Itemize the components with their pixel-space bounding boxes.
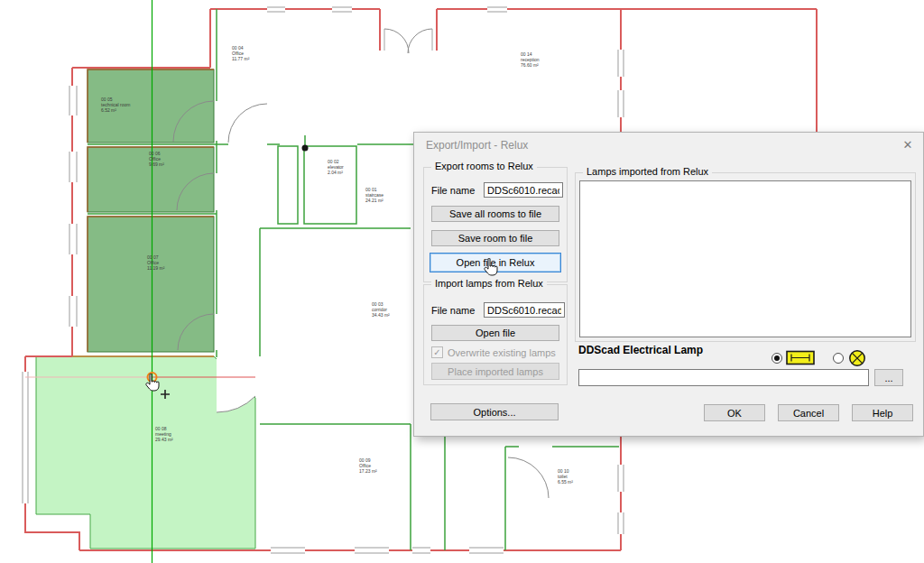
room-label: 00 10toilet6.55 m² (558, 468, 573, 485)
lamps-imported-group: Lamps imported from Relux (575, 172, 916, 342)
import-file-name-input[interactable] (484, 302, 565, 318)
open-file-in-relux-button[interactable]: Open file in Relux (430, 253, 561, 272)
import-file-name-label: File name (431, 305, 475, 316)
export-rooms-group: Export rooms to Relux File name Save all… (423, 167, 568, 282)
room-label: 00 04Office11.77 m² (232, 45, 250, 61)
ddscad-electrical-lamp-label: DDScad Electrical Lamp (578, 344, 703, 356)
open-file-button[interactable]: Open file (431, 325, 559, 341)
linear-lamp-icon (786, 350, 815, 365)
save-all-rooms-button[interactable]: Save all rooms to file (431, 206, 559, 222)
lamp-file-input[interactable] (578, 369, 869, 386)
app-canvas: { "floorplan": { "rooms": [ {"id": "00 0… (0, 0, 924, 563)
lamps-listbox[interactable] (579, 180, 911, 337)
ok-button[interactable]: OK (704, 404, 765, 421)
rooms (36, 69, 255, 549)
import-group-label: Import lamps from Relux (431, 278, 547, 289)
node-dot (302, 145, 309, 152)
room-label: 00 09Office17.23 m² (359, 457, 377, 474)
import-lamps-group: Import lamps from Relux File name Open f… (423, 284, 568, 385)
overwrite-lamps-checkbox[interactable]: ✓ (431, 346, 443, 358)
cancel-button[interactable]: Cancel (778, 404, 839, 421)
help-button[interactable]: Help (852, 404, 913, 421)
round-lamp-icon (848, 349, 866, 367)
browse-button[interactable]: ... (874, 369, 903, 386)
export-import-dialog: Export/Import - Relux ✕ Export rooms to … (413, 132, 924, 437)
options-button[interactable]: Options... (430, 403, 559, 420)
room-label: 00 03corridor34.43 m² (372, 301, 390, 318)
linear-lamp-radio[interactable] (772, 353, 782, 364)
overwrite-lamps-checkrow: ✓ Overwrite existing lamps (431, 346, 556, 358)
export-group-label: Export rooms to Relux (431, 161, 537, 171)
round-lamp-radio[interactable] (833, 353, 844, 364)
export-file-name-input[interactable] (484, 182, 563, 198)
dialog-title: Export/Import - Relux (426, 139, 528, 152)
overwrite-lamps-label: Overwrite existing lamps (448, 347, 556, 358)
room-office-07[interactable] (88, 217, 214, 352)
place-imported-lamps-button: Place imported lamps (431, 363, 559, 380)
room-label: 00 01staircase24.21 m² (365, 187, 383, 203)
export-file-name-label: File name (431, 185, 475, 196)
close-icon[interactable]: ✕ (898, 136, 918, 154)
save-room-button[interactable]: Save room to file (431, 230, 559, 246)
room-label: 00 14reception76.60 m² (521, 51, 540, 68)
room-label: 00 02elevator2.04 m² (328, 159, 344, 175)
lamps-group-label: Lamps imported from Relux (583, 166, 712, 177)
